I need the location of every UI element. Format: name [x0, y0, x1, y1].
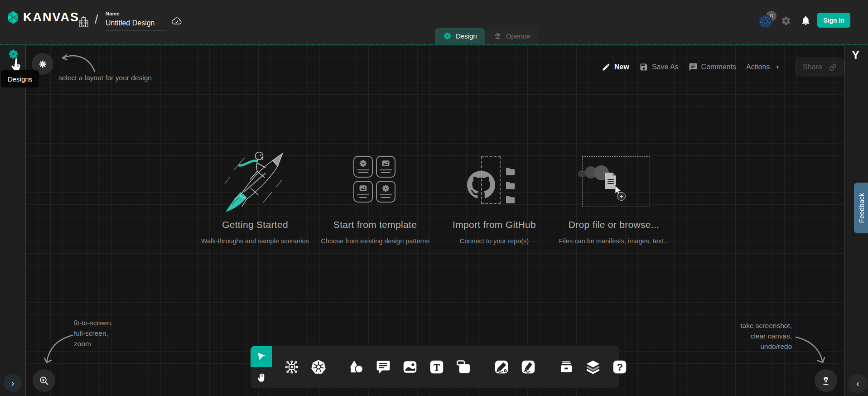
actions-dropdown[interactable]: Actions ▾ [746, 63, 779, 71]
comments-label: Comments [701, 63, 736, 71]
kanvas-logo[interactable]: KANVAS [6, 10, 79, 25]
canvas-action-toolbar: New Save As Comments Actions ▾ Share [602, 58, 845, 77]
design-canvas[interactable] [26, 45, 844, 396]
repo-folder-icon [504, 165, 516, 178]
user-avatar[interactable]: 0 [758, 11, 777, 30]
feedback-label: Feedback [858, 193, 865, 223]
screenshot-hints: take screenshot, clear canvas, undo/redo [740, 320, 792, 352]
zoom-hint-arrow [41, 331, 77, 367]
save-as-button[interactable]: Save As [639, 63, 679, 72]
template-tile [376, 156, 395, 178]
template-tile [353, 156, 373, 178]
template-tile [353, 181, 373, 203]
new-label: New [614, 63, 629, 71]
design-file-icon [381, 184, 390, 193]
card-title: Import from GitHub [435, 219, 553, 230]
tile-line [381, 172, 391, 174]
zoom-hints: fit-to-screen, full-screen, zoom [74, 318, 113, 349]
tile-line [381, 197, 391, 198]
pen-nib-icon [820, 375, 832, 386]
canvas-actions-button[interactable] [815, 369, 837, 392]
hand-cursor-pointer [10, 57, 23, 73]
select-tool[interactable] [251, 346, 272, 367]
floppy-save-icon [639, 63, 648, 72]
tile-line [380, 194, 392, 196]
layout-hint-arrow [57, 50, 100, 77]
brand-wordmark: KANVAS [23, 10, 79, 24]
chevron-right-icon: › [11, 378, 14, 388]
comments-button[interactable]: Comments [689, 63, 736, 72]
card-import-from-github[interactable]: Import from GitHub Connect to your repo(… [435, 219, 553, 245]
card-subtitle: Connect to your repo(s) [435, 237, 553, 245]
edge-tool[interactable] [493, 359, 510, 375]
tab-operate[interactable]: Operate [485, 28, 539, 44]
design-name-input[interactable] [106, 18, 165, 30]
breadcrumb-separator: / [95, 13, 98, 27]
operate-tab-icon [493, 32, 502, 40]
pan-hand-icon [256, 372, 267, 384]
tab-design[interactable]: Design [435, 28, 485, 44]
card-subtitle: Files can be manifests, images, text... [546, 237, 682, 245]
layers-tool[interactable] [585, 359, 601, 375]
card-getting-started[interactable]: Getting Started Walk-throughs and sample… [196, 219, 314, 245]
select-cursor-icon [256, 351, 267, 362]
share-button[interactable]: Share [795, 58, 845, 77]
notifications-bell-icon[interactable] [800, 15, 811, 26]
kubernetes-tool[interactable] [310, 359, 327, 375]
component-tool[interactable] [284, 359, 300, 375]
help-tool[interactable]: ? [612, 359, 628, 375]
getting-started-illustration[interactable] [218, 147, 293, 215]
tile-line [357, 169, 369, 171]
tab-design-label: Design [456, 32, 477, 40]
text-tool[interactable]: T [429, 359, 445, 375]
right-rail-handle[interactable]: Y [852, 48, 859, 62]
screenshot-hint-arrow [793, 333, 829, 367]
tool-group-annotate: T [338, 359, 482, 375]
design-file-icon [359, 159, 367, 168]
feedback-tab[interactable]: Feedback [854, 183, 868, 233]
image-file-icon [358, 184, 368, 193]
drawer-tool[interactable] [558, 359, 574, 375]
tile-line [358, 172, 368, 174]
caret-down-icon: ▾ [776, 64, 779, 70]
share-link-icon [829, 63, 837, 72]
card-drop-file[interactable]: Drop file or browse... Files can be mani… [546, 219, 682, 245]
pan-tool[interactable] [251, 367, 272, 388]
card-start-from-template[interactable]: Start from template Choose from existing… [316, 219, 434, 245]
image-tool[interactable] [402, 359, 418, 375]
tool-group-manage: ? [548, 359, 638, 375]
comment-tool[interactable] [375, 359, 391, 375]
comments-icon [689, 63, 698, 72]
chevron-left-icon: ‹ [856, 378, 859, 389]
organization-icon[interactable] [77, 15, 90, 29]
sign-in-button[interactable]: Sign In [817, 13, 850, 28]
github-octocat-icon[interactable] [467, 171, 495, 199]
zoom-controls-button[interactable] [33, 369, 55, 392]
card-title: Drop file or browse... [546, 219, 682, 230]
tile-line [380, 169, 392, 171]
tile-line [357, 194, 369, 196]
repo-folder-icon [504, 179, 516, 192]
new-design-button[interactable]: New [602, 63, 629, 72]
expand-right-panel-button[interactable]: ‹ [848, 374, 868, 393]
design-tab-icon [443, 32, 452, 40]
mode-tabs: Design Operate [435, 28, 539, 44]
tile-line [359, 197, 367, 198]
tool-group-draw [483, 359, 546, 375]
tab-operate-label: Operate [506, 32, 530, 40]
note-tool[interactable] [455, 359, 472, 375]
shapes-tool[interactable] [348, 359, 365, 375]
tool-group-infra [274, 359, 337, 375]
cloud-sync-icon[interactable] [171, 15, 183, 26]
svg-text:T: T [434, 362, 440, 373]
kanvas-app: KANVAS / Name Design [0, 0, 868, 396]
expand-left-panel-button[interactable]: › [4, 374, 22, 392]
tools-dock: T [251, 346, 619, 388]
left-rail [0, 45, 26, 396]
template-preview-grid[interactable] [353, 156, 395, 203]
magnifier-plus-icon [38, 375, 50, 387]
settings-gear-icon[interactable] [781, 16, 791, 26]
template-tile [376, 181, 395, 203]
app-header: KANVAS / Name Design [0, 0, 868, 44]
freehand-tool[interactable] [520, 359, 536, 375]
